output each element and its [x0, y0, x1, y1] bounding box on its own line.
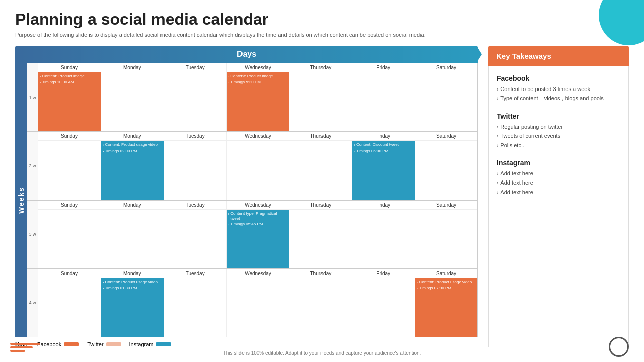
facebook-swatch — [64, 342, 79, 346]
deco-line-2 — [10, 346, 33, 348]
day-header-tuesday-w3: Tuesday — [164, 201, 227, 209]
cell-bullet-icon: › — [40, 74, 41, 79]
cell-item: ›Timings 10:00 AM — [40, 80, 99, 85]
kt-bullet-text: Add text here — [500, 170, 533, 177]
deco-line-3 — [10, 350, 25, 352]
week-section-1: 1 wSundayMondayTuesdayWednesdayThursdayF… — [27, 63, 477, 132]
cell-bullet-icon: › — [228, 222, 230, 227]
day-header-monday-w2: Monday — [101, 132, 164, 140]
day-cell-thursday-w1 — [289, 72, 352, 131]
day-header-wednesday-w1: Wednesday — [227, 63, 290, 72]
deco-circle-bottom — [609, 337, 629, 357]
cell-item: ›Content type: Pragmatical tweet — [228, 211, 288, 222]
cell-text: Timings 01:30 PM — [105, 286, 137, 291]
day-header-wednesday-w4: Wednesday — [227, 269, 290, 278]
cell-bullet-icon: › — [417, 286, 418, 291]
day-cell-sunday-w2 — [38, 141, 101, 200]
cell-bullet-icon: › — [103, 143, 104, 148]
day-header-monday-w1: Monday — [101, 63, 164, 72]
day-cell-saturday-w4: ›Content: Product usage video›Timings 07… — [415, 278, 477, 337]
day-header-saturday-w4: Saturday — [415, 269, 477, 278]
cell-bullet-icon: › — [228, 74, 230, 79]
day-cell-thursday-w3 — [289, 210, 352, 268]
day-cell-sunday-w4 — [38, 278, 101, 337]
week-rows-4: SundayMondayTuesdayWednesdayThursdayFrid… — [38, 269, 477, 337]
cell-item: ›Timings 5:30 PM — [228, 80, 288, 85]
cell-text: Timings 05:45 PM — [230, 222, 263, 227]
cell-item: ›Timings 07:30 PM — [417, 286, 476, 291]
weeks-wrapper: Weeks 1 wSundayMondayTuesdayWednesdayThu… — [15, 63, 478, 337]
kt-bullet-text: Tweets of current events — [500, 132, 560, 140]
cell-text: Content: Discount tweet — [356, 142, 399, 147]
day-header-thursday-w4: Thursday — [289, 269, 352, 278]
day-cell-wednesday-w2 — [227, 141, 290, 200]
twitter-label: Twitter — [87, 341, 103, 347]
cell-text: Timings 02:00 PM — [105, 149, 137, 154]
footer-text: This slide is 100% editable. Adapt it to… — [223, 350, 421, 356]
day-content-row-1: ›Content: Product image›Timings 10:00 AM… — [38, 72, 477, 131]
day-names-row-3: SundayMondayTuesdayWednesdayThursdayFrid… — [38, 201, 477, 210]
kt-section-3: Instagram›Add text here›Add text here›Ad… — [497, 159, 620, 198]
day-names-row-4: SundayMondayTuesdayWednesdayThursdayFrid… — [38, 269, 477, 278]
key-item-facebook: Facebook — [37, 341, 79, 347]
cell-text: Content: Product image — [230, 74, 273, 79]
kt-bullet-3-2: ›Add text here — [497, 179, 620, 187]
key-takeaways-header: Key Takeaways — [488, 46, 629, 66]
day-cell-monday-w2: ›Content: Product usage video›Timings 02… — [101, 141, 164, 200]
day-cell-monday-w4: ›Content: Product usage video›Timings 01… — [101, 278, 164, 337]
kt-bullet-marker-icon: › — [497, 86, 498, 93]
day-cell-friday-w2: ›Content: Discount tweet›Timings 06:00 P… — [352, 141, 415, 200]
kt-bullet-marker-icon: › — [497, 189, 498, 196]
cell-text: Timings 06:00 PM — [356, 149, 388, 154]
day-header-sunday-w4: Sunday — [38, 269, 101, 278]
day-cell-thursday-w4 — [289, 278, 352, 337]
cell-text: Content: Product usage video — [105, 142, 158, 147]
day-header-saturday-w3: Saturday — [415, 201, 477, 209]
day-header-thursday-w3: Thursday — [289, 201, 352, 209]
kt-bullet-marker-icon: › — [497, 124, 498, 131]
calendar-grid: 1 wSundayMondayTuesdayWednesdayThursdayF… — [27, 63, 478, 337]
deco-line-1 — [10, 343, 40, 345]
day-cell-tuesday-w2 — [164, 141, 227, 200]
week-rows-1: SundayMondayTuesdayWednesdayThursdayFrid… — [38, 63, 477, 131]
days-header: Days — [15, 46, 478, 63]
slide: Planning a social media calendar Purpose… — [0, 0, 644, 362]
cell-bullet-icon: › — [103, 280, 104, 285]
cell-item: ›Timings 05:45 PM — [228, 222, 288, 227]
deco-lines — [10, 343, 40, 352]
week-section-2: 2 wSundayMondayTuesdayWednesdayThursdayF… — [27, 132, 477, 200]
kt-bullet-3-1: ›Add text here — [497, 170, 620, 177]
day-content-row-2: ›Content: Product usage video›Timings 02… — [38, 141, 477, 200]
kt-bullet-text: Type of content – videos , blogs and poo… — [500, 95, 603, 102]
day-cell-wednesday-w3: ›Content type: Pragmatical tweet›Timings… — [227, 210, 290, 268]
day-cell-sunday-w3 — [38, 210, 101, 268]
kt-bullet-text: Add text here — [500, 179, 533, 187]
kt-bullet-marker-icon: › — [497, 95, 498, 102]
cell-bullet-icon: › — [228, 80, 230, 85]
day-cell-wednesday-w4 — [227, 278, 290, 337]
day-cell-saturday-w2 — [415, 141, 477, 200]
day-header-friday-w3: Friday — [352, 201, 415, 209]
day-cell-wednesday-w1: ›Content: Product image›Timings 5:30 PM — [227, 72, 290, 131]
day-header-monday-w3: Monday — [101, 201, 164, 209]
day-header-monday-w4: Monday — [101, 269, 164, 278]
kt-bullet-text: Add text here — [500, 189, 533, 196]
day-cell-sunday-w1: ›Content: Product image›Timings 10:00 AM — [38, 72, 101, 131]
kt-bullet-text: Content to be posted 3 times a week — [500, 85, 590, 93]
main-content: Days Weeks 1 wSundayMondayTuesdayWednesd… — [15, 46, 629, 347]
cell-text: Timings 10:00 AM — [42, 80, 74, 85]
day-header-friday-w2: Friday — [352, 132, 415, 140]
day-header-sunday-w3: Sunday — [38, 201, 101, 209]
cell-item: ›Content: Product usage video — [103, 280, 162, 285]
cell-item: ›Content: Product image — [228, 74, 288, 79]
kt-bullet-marker-icon: › — [497, 179, 498, 187]
day-names-row-2: SundayMondayTuesdayWednesdayThursdayFrid… — [38, 132, 477, 141]
kt-bullet-3-3: ›Add text here — [497, 189, 620, 196]
week-num-2: 2 w — [27, 132, 38, 200]
instagram-swatch — [156, 342, 171, 346]
key-item-instagram: Instagram — [129, 341, 172, 347]
day-header-sunday-w2: Sunday — [38, 132, 101, 140]
week-section-3: 3 wSundayMondayTuesdayWednesdayThursdayF… — [27, 201, 477, 269]
twitter-swatch — [106, 342, 121, 346]
day-header-saturday-w1: Saturday — [415, 63, 477, 72]
